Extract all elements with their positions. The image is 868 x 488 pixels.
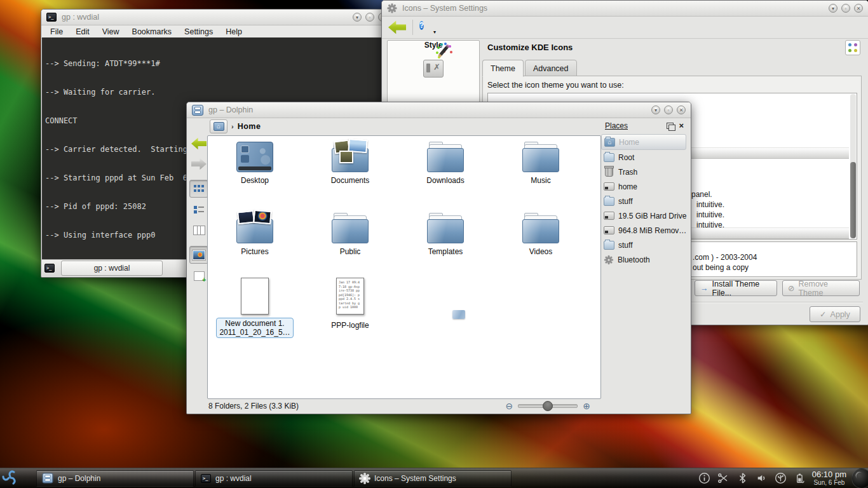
folder-item-music[interactable]: Music [496, 142, 585, 185]
overview-icon[interactable] [845, 40, 860, 55]
file-manager-icon [192, 105, 203, 116]
folder-item-videos[interactable]: Videos [496, 213, 585, 256]
task-terminal[interactable]: gp : wvdial [195, 470, 353, 487]
forward-button[interactable] [190, 156, 208, 172]
terminal-titlebar[interactable]: gp : wvdial ▾ ▫ ✕ [41, 10, 392, 25]
document-icon [241, 278, 269, 315]
menu-view[interactable]: View [102, 27, 119, 36]
folder-item-pictures[interactable]: Pictures [210, 213, 299, 256]
close-panel-icon[interactable]: × [679, 123, 684, 129]
place-bluetooth[interactable]: Bluetooth [601, 252, 686, 267]
menu-file[interactable]: File [50, 27, 63, 36]
place-removable[interactable]: 964.8 MiB Remov… [601, 223, 686, 238]
folder-item-downloads[interactable]: Downloads [401, 142, 490, 185]
zoom-slider-handle[interactable] [543, 401, 553, 411]
tab-advanced[interactable]: Advanced [525, 60, 577, 77]
place-hard-drive[interactable]: 19.5 GiB Hard Drive [601, 208, 686, 223]
zoom-slider[interactable] [518, 404, 578, 408]
folder-icon [332, 213, 369, 243]
float-panel-icon[interactable] [667, 123, 674, 129]
drive-icon [604, 182, 614, 191]
breadcrumb-current[interactable]: Home [238, 122, 261, 131]
system-settings-titlebar[interactable]: Icons – System Settings ▾ ▫ ✕ [382, 1, 868, 17]
minimize-button[interactable]: ▾ [353, 13, 362, 22]
clock[interactable]: 06:10 pm Sun, 6 Feb [812, 470, 846, 486]
install-theme-button[interactable]: → Install Theme File... [695, 280, 777, 296]
breadcrumb-home-button[interactable] [210, 119, 227, 133]
minimize-button[interactable]: ▾ [651, 105, 660, 114]
minimize-button[interactable]: ▾ [829, 4, 837, 13]
icons-view-icon [194, 185, 204, 193]
place-root[interactable]: Root [601, 150, 686, 165]
panel-cashew-icon[interactable] [851, 468, 868, 488]
place-stuff-2[interactable]: stuff [601, 238, 686, 252]
gear-icon [389, 5, 395, 11]
kde-launcher-icon [2, 469, 18, 485]
launcher-button[interactable] [2, 469, 18, 488]
back-button[interactable] [388, 20, 406, 35]
maximize-button[interactable]: ▫ [841, 4, 850, 13]
terminal-line: --> Sending: ATDT*99***1# [45, 59, 391, 69]
text-file-icon: Jan 17 09:47:18 gp-Aspire-5738 pppd[1946… [336, 278, 364, 315]
home-folder-icon [604, 138, 615, 147]
home-icon [214, 122, 224, 131]
task-dolphin[interactable]: gp – Dolphin [36, 470, 194, 487]
desktop-folder-icon [236, 142, 273, 172]
file-item-new-document[interactable]: New document 1. 2011_01_20_16_5… [210, 278, 299, 338]
folder-item-desktop[interactable]: Desktop [210, 142, 299, 185]
folder-item-templates[interactable]: Templates [401, 213, 490, 256]
volume-icon[interactable] [756, 472, 768, 484]
menu-help[interactable]: Help [226, 27, 242, 36]
zoom-in-icon[interactable]: ⊕ [583, 401, 590, 411]
task-system-settings[interactable]: Icons – System Settings [354, 470, 512, 487]
folder-item-public[interactable]: Public [306, 213, 395, 256]
icons-view-button[interactable] [189, 180, 208, 198]
tab-theme[interactable]: Theme [482, 60, 524, 77]
clipboard-scissors-icon[interactable] [717, 472, 729, 484]
maximize-button[interactable]: ▫ [365, 13, 374, 22]
category-hardware[interactable] [423, 60, 444, 78]
menu-edit[interactable]: Edit [76, 27, 90, 36]
battery-power-icon[interactable] [794, 472, 806, 484]
maximize-button[interactable]: ▫ [664, 105, 673, 114]
details-view-button[interactable] [190, 201, 208, 218]
details-view-icon [194, 206, 204, 214]
close-button[interactable]: ✕ [677, 105, 686, 114]
columns-view-icon [193, 226, 205, 235]
trash-icon [605, 167, 613, 177]
place-stuff[interactable]: stuff [601, 194, 686, 208]
blocked-icon: ⊘ [788, 283, 794, 293]
place-home-partition[interactable]: home [601, 179, 686, 194]
menu-bookmarks[interactable]: Bookmarks [132, 27, 172, 36]
columns-view-button[interactable] [190, 222, 208, 238]
preview-button[interactable] [189, 246, 208, 264]
check-icon: ✓ [820, 309, 826, 319]
zoom-out-icon[interactable]: ⊖ [506, 401, 513, 411]
folder-item-documents[interactable]: Documents [306, 142, 395, 185]
help-button[interactable]: ? ▾ [419, 19, 436, 36]
file-item-ppp-logfile[interactable]: Jan 17 09:47:18 gp-Aspire-5738 pppd[1946… [306, 278, 395, 330]
dolphin-side-toolbar [189, 135, 208, 288]
preview-icon [193, 250, 205, 260]
notifications-info-icon[interactable] [698, 472, 710, 484]
terminal-line: --> Waiting for carrier. [45, 88, 391, 97]
apply-button[interactable]: ✓ Apply [810, 306, 860, 322]
category-style[interactable]: Style [388, 41, 479, 50]
remove-theme-button[interactable]: ⊘ Remove Theme [782, 280, 860, 296]
bluetooth-icon[interactable] [736, 472, 749, 484]
new-tab-button[interactable] [42, 262, 57, 274]
scrollbar-thumb[interactable] [850, 162, 856, 238]
usb-device-notifier-icon[interactable] [775, 472, 787, 484]
place-trash[interactable]: Trash [601, 165, 686, 179]
back-button[interactable] [190, 135, 208, 152]
close-button[interactable]: ✕ [854, 4, 863, 13]
split-view-button[interactable] [190, 268, 208, 284]
places-header: Places × [601, 120, 686, 134]
menu-settings[interactable]: Settings [184, 27, 213, 36]
dolphin-titlebar[interactable]: gp – Dolphin ▾ ▫ ✕ [187, 102, 691, 118]
folder-icon [236, 213, 273, 243]
terminal-tab[interactable]: gp : wvdial [61, 261, 163, 276]
place-home[interactable]: Home [601, 134, 686, 150]
folder-icon [522, 142, 559, 172]
theme-list-text: intuitive. [696, 210, 724, 219]
